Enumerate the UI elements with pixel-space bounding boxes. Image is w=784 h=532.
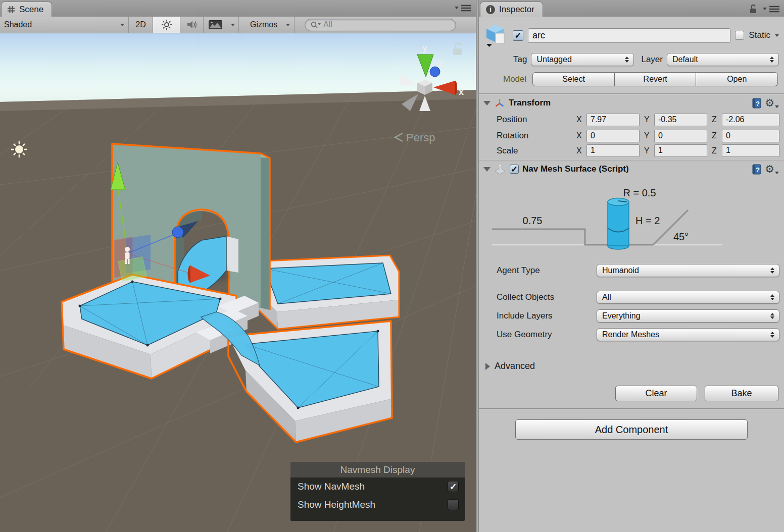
chevron-down-icon <box>286 24 290 26</box>
show-heightmesh-checkbox[interactable] <box>448 499 459 510</box>
image-icon <box>209 20 222 29</box>
layer-dropdown[interactable]: Default <box>667 53 779 66</box>
scene-effects-dropdown[interactable] <box>227 17 239 33</box>
rotation-x-field[interactable]: 0 <box>586 130 640 142</box>
position-x-field[interactable]: 7.97 <box>586 114 640 126</box>
agent-type-dropdown[interactable]: Humanoid <box>597 264 779 277</box>
scene-effects-toggle[interactable] <box>204 17 227 33</box>
use-geometry-dropdown[interactable]: Render Meshes <box>597 328 779 341</box>
scene-viewport[interactable]: y z x Persp <box>0 33 476 532</box>
show-navmesh-checkbox[interactable] <box>448 481 459 492</box>
inspector-lock-icon[interactable] <box>749 4 758 14</box>
static-checkbox[interactable] <box>735 31 744 40</box>
svg-text:i: i <box>489 6 492 14</box>
add-component-section: Add Component <box>479 408 784 440</box>
bake-row: Clear Bake <box>479 386 784 401</box>
scale-x-field[interactable]: 1 <box>586 144 640 157</box>
inspector-tab-label: Inspector <box>499 5 534 15</box>
sun-icon <box>161 19 172 30</box>
static-dropdown-icon[interactable] <box>775 34 779 37</box>
gear-icon: ⚙ <box>765 98 774 108</box>
include-layers-row: Include Layers Everything <box>479 309 784 323</box>
scene-3d-render: y z x Persp <box>0 33 476 532</box>
updown-arrows-icon <box>770 57 774 63</box>
scene-audio-toggle[interactable] <box>180 17 204 33</box>
scene-lighting-toggle[interactable] <box>153 17 180 33</box>
gameobject-active-checkbox[interactable] <box>513 30 523 41</box>
position-y-field[interactable]: -0.35 <box>654 114 707 126</box>
overlay-row-show-heightmesh: Show HeightMesh <box>290 496 465 514</box>
speaker-icon <box>186 20 198 30</box>
clear-button[interactable]: Clear <box>615 386 697 401</box>
use-geometry-row: Use Geometry Render Meshes <box>479 328 784 342</box>
platform-upper-right[interactable] <box>253 255 399 329</box>
overlay-row-show-navmesh: Show NavMesh <box>290 477 465 496</box>
agent-diagram: 0.75 R = 0.5 H = 2 45° <box>479 180 784 256</box>
model-open-button[interactable]: Open <box>696 72 778 86</box>
tab-scene[interactable]: Scene <box>1 2 52 17</box>
scene-toolbar: Shaded 2D <box>0 17 476 33</box>
axis-y-label: y <box>422 43 427 53</box>
scene-panel-menu-icon[interactable] <box>455 4 472 12</box>
scene-search-input[interactable]: All <box>305 19 456 31</box>
navmesh-settings[interactable]: ⚙ <box>765 164 779 174</box>
chevron-down-icon <box>120 24 124 26</box>
agent-on-plane-icon <box>494 164 506 175</box>
advanced-label: Advanced <box>495 361 535 371</box>
search-placeholder: All <box>323 20 332 29</box>
model-revert-button[interactable]: Revert <box>615 72 697 86</box>
chevron-down-icon <box>775 105 779 108</box>
tab-inspector[interactable]: i Inspector <box>480 2 543 17</box>
transform-foldout[interactable] <box>483 101 491 105</box>
cube-icon[interactable] <box>484 23 508 48</box>
position-row: Position X7.97 Y-0.35 Z-2.06 <box>479 112 784 128</box>
toggle-2d-button[interactable]: 2D <box>129 17 153 33</box>
model-button-group: Select Revert Open <box>532 72 778 86</box>
scale-z-field[interactable]: 1 <box>722 144 779 157</box>
collect-objects-row: Collect Objects All <box>479 290 784 304</box>
gizmos-dropdown[interactable]: Gizmos <box>246 17 295 33</box>
inspector-body: arc Static Tag Untagged Layer Default <box>479 17 784 532</box>
agent-type-row: Agent Type Humanoid <box>479 263 784 278</box>
tag-label: Tag <box>513 55 527 65</box>
navmesh-enabled-checkbox[interactable] <box>510 165 519 174</box>
bake-button[interactable]: Bake <box>705 386 778 401</box>
grid-icon <box>7 5 16 14</box>
draw-mode-label: Shaded <box>4 20 32 29</box>
gameobject-name-field[interactable]: arc <box>528 28 730 43</box>
include-layers-dropdown[interactable]: Everything <box>597 309 779 323</box>
gear-icon: ⚙ <box>765 164 774 174</box>
collect-objects-dropdown[interactable]: All <box>597 291 779 304</box>
chevron-down-icon <box>231 24 235 26</box>
overlay-title: Navmesh Display <box>290 462 465 477</box>
unity-editor-window: Scene Shaded 2D <box>0 0 784 532</box>
axis-tripod-icon <box>494 97 505 109</box>
model-select-button[interactable]: Select <box>532 72 615 86</box>
svg-text:?: ? <box>756 100 760 108</box>
position-z-field[interactable]: -2.06 <box>722 114 779 126</box>
updown-arrows-icon <box>625 57 629 63</box>
projection-label: Persp <box>406 131 435 144</box>
advanced-foldout[interactable] <box>485 363 490 370</box>
updown-arrows-icon <box>770 268 774 274</box>
advanced-foldout-row: Advanced <box>479 361 784 371</box>
draw-mode-dropdown[interactable]: Shaded <box>0 17 129 33</box>
transform-settings[interactable]: ⚙ <box>765 98 779 108</box>
navmesh-title: Nav Mesh Surface (Script) <box>522 164 629 174</box>
axis-z-label: z <box>439 59 443 67</box>
diagram-max-slope-label: 45° <box>673 231 689 242</box>
rotation-y-field[interactable]: 0 <box>654 130 707 142</box>
rotation-row: Rotation X0 Y0 Z0 <box>479 128 784 144</box>
inspector-panel-menu-icon[interactable] <box>763 5 780 13</box>
navmesh-foldout[interactable] <box>483 167 491 172</box>
inspector-tabbar: i Inspector <box>479 0 784 17</box>
rotation-z-field[interactable]: 0 <box>722 130 779 142</box>
add-component-button[interactable]: Add Component <box>515 419 748 440</box>
scale-y-field[interactable]: 1 <box>654 144 707 157</box>
tag-dropdown[interactable]: Untagged <box>531 53 634 66</box>
help-book-icon[interactable]: ? <box>752 164 761 175</box>
model-label: Model <box>503 74 526 84</box>
help-book-icon[interactable]: ? <box>752 98 761 109</box>
magnifier-icon <box>310 21 321 29</box>
scene-panel: Scene Shaded 2D <box>0 0 476 532</box>
